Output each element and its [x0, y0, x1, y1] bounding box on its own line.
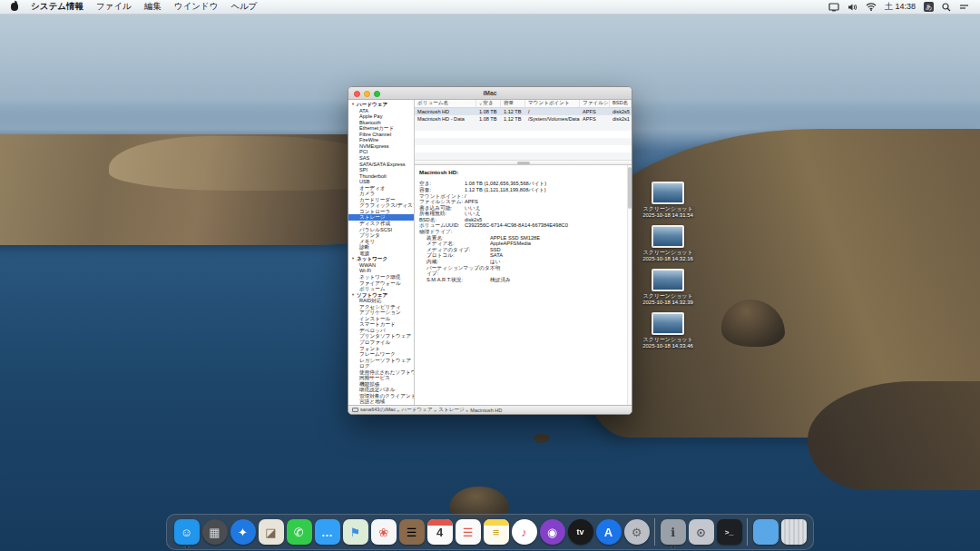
detail-label: 書き込み可能: [419, 205, 465, 212]
desktop-screenshot-file[interactable]: スクリーンショット2025-10-18 14.32.16 [630, 225, 706, 262]
music-icon[interactable]: ♪ [512, 519, 537, 545]
dock-app-terminal[interactable]: >_ [716, 519, 742, 545]
wifi-icon[interactable] [866, 3, 877, 11]
file-name-line1: スクリーンショット [642, 337, 693, 343]
dock-app-facetime[interactable]: ✆ [286, 519, 312, 545]
dock-app-safari[interactable]: ✦ [230, 519, 256, 545]
col-file-system[interactable]: ファイルシステム [580, 100, 610, 107]
downloads-folder-icon[interactable] [753, 519, 779, 545]
sidebar-section-header[interactable]: ▼ハードウェア [348, 102, 414, 108]
safari-icon[interactable]: ✦ [230, 519, 256, 545]
col-capacity[interactable]: 容量 [501, 100, 525, 107]
table-row[interactable]: Macintosh HD - Data1.08 TB1.12 TB/System… [415, 115, 632, 123]
menu-file[interactable]: ファイル [96, 1, 132, 13]
apple-menu-icon[interactable] [11, 3, 18, 11]
contacts-icon[interactable]: ☰ [399, 519, 425, 545]
breadcrumb-hardware[interactable]: ハードウェア [402, 407, 433, 414]
display-mirroring-icon[interactable] [828, 3, 839, 12]
screenshot-thumbnail-icon[interactable] [652, 225, 684, 248]
minimize-button[interactable] [364, 91, 370, 97]
photos-icon[interactable]: ❀ [371, 519, 397, 545]
dock-app-photos[interactable]: ❀ [370, 519, 397, 545]
spotlight-icon[interactable] [942, 3, 951, 12]
dock-app-contacts[interactable]: ☰ [398, 519, 425, 545]
file-name-label: スクリーンショット2025-10-18 14.32.39 [641, 293, 695, 306]
dock-app-podcasts[interactable]: ◉ [539, 519, 565, 545]
dock-app-tv[interactable]: tv [567, 519, 593, 545]
desktop-screenshot-file[interactable]: スクリーンショット2025-10-18 14.33.46 [630, 312, 706, 349]
sidebar-section-header[interactable]: ▼ネットワーク [348, 256, 414, 262]
messages-icon[interactable]: … [315, 519, 340, 545]
dock-app-app-store[interactable]: A [595, 519, 622, 545]
desktop-screenshot-file[interactable]: スクリーンショット2025-10-18 14.32.39 [630, 269, 706, 306]
system-preferences-icon[interactable]: ⚙ [624, 519, 650, 545]
launchpad-icon[interactable]: ▦ [202, 519, 228, 545]
notes-icon[interactable]: ≡ [484, 519, 509, 545]
dock-app-system-information[interactable]: ℹ [660, 519, 686, 545]
tv-icon[interactable]: tv [568, 519, 593, 545]
screenshot-thumbnail-icon[interactable] [652, 269, 684, 291]
sidebar-section-label: ソフトウェア [357, 292, 387, 299]
app-store-icon[interactable]: A [596, 519, 622, 545]
dock-app-downloads-folder[interactable] [752, 519, 779, 545]
trash-icon[interactable] [781, 519, 807, 545]
details-scrollbar[interactable] [627, 165, 632, 405]
col-volume-name[interactable]: ボリューム名 [415, 100, 476, 107]
dock-app-notes[interactable]: ≡ [483, 519, 509, 545]
menu-app-title[interactable]: システム情報 [31, 1, 83, 13]
cell-name: Macintosh HD - Data [415, 116, 476, 122]
detail-row: パーティションマップのタイプ:不明 [419, 265, 627, 277]
menu-help[interactable]: ヘルプ [230, 1, 257, 13]
podcasts-icon[interactable]: ◉ [540, 519, 565, 545]
notification-center-icon[interactable] [959, 3, 969, 11]
desktop-screenshot-file[interactable]: スクリーンショット2025-10-18 14.31.54 [630, 182, 706, 219]
disclosure-triangle-icon[interactable]: ▼ [351, 256, 355, 262]
breadcrumb-computer[interactable]: sana643のiMac [360, 407, 396, 414]
dock-app-reminders[interactable]: ☰ [455, 519, 481, 545]
facetime-icon[interactable]: ✆ [287, 519, 312, 545]
dock-app-disk-utility[interactable]: ⊙ [688, 519, 714, 545]
menu-edit[interactable]: 編集 [144, 1, 162, 13]
col-free[interactable]: ∨空き [476, 100, 501, 107]
disclosure-triangle-icon[interactable]: ▼ [351, 292, 355, 299]
disclosure-triangle-icon[interactable]: ▼ [351, 102, 355, 108]
breadcrumb-storage[interactable]: ストレージ [438, 407, 465, 414]
sidebar-section-header[interactable]: ▼ソフトウェア [348, 292, 414, 299]
close-button[interactable] [354, 91, 360, 97]
zoom-button[interactable] [374, 91, 380, 97]
finder-icon[interactable]: ☺ [174, 519, 200, 545]
col-mount-point[interactable]: マウントポイント [525, 100, 580, 107]
dock-app-system-preferences[interactable]: ⚙ [623, 519, 650, 545]
maps-icon[interactable]: ⚑ [343, 519, 368, 545]
dock-app-launchpad[interactable]: ▦ [201, 519, 228, 545]
dock-app-messages[interactable]: … [314, 519, 340, 545]
table-row[interactable]: Macintosh HD1.08 TB1.12 TB/APFSdisk2s5 [415, 108, 632, 115]
dock-app-trash[interactable] [780, 519, 807, 545]
dock-app-finder[interactable]: ☺ [173, 519, 200, 545]
dock-app-maps[interactable]: ⚑ [342, 519, 368, 545]
screenshot-thumbnail-icon[interactable] [652, 312, 684, 335]
input-source-icon[interactable]: あ [924, 2, 934, 12]
details-scrollbar-thumb[interactable] [628, 167, 632, 209]
dock-app-music[interactable]: ♪ [511, 519, 537, 545]
calendar-icon[interactable]: 4 [427, 519, 453, 545]
volumes-table-header[interactable]: ボリューム名 ∨空き 容量 マウントポイント ファイルシステム BSD名 [415, 100, 632, 108]
dock-app-preview[interactable]: ◪ [258, 519, 284, 545]
preview-icon[interactable]: ◪ [259, 519, 284, 545]
col-bsd-name[interactable]: BSD名 [610, 100, 632, 107]
disk-utility-icon[interactable]: ⊙ [689, 519, 714, 545]
detail-label: 物理ドライブ: [419, 229, 465, 235]
volume-icon[interactable] [848, 3, 858, 12]
breadcrumb-volume[interactable]: Macintosh HD [470, 408, 502, 413]
dock-app-calendar[interactable]: 4 [426, 519, 453, 545]
terminal-icon[interactable]: >_ [717, 519, 742, 545]
system-information-window: iMac ▼ハードウェアATAApple PayBluetoothEtherne… [348, 86, 632, 415]
detail-value: AppleAPFSMedia [490, 241, 531, 247]
cell-capacity: 1.12 TB [501, 116, 525, 122]
system-information-icon[interactable]: ℹ [661, 519, 686, 545]
reminders-icon[interactable]: ☰ [456, 519, 481, 545]
menu-clock[interactable]: 土 14:38 [885, 1, 916, 13]
screenshot-thumbnail-icon[interactable] [652, 182, 684, 204]
menu-window[interactable]: ウインドウ [174, 1, 219, 13]
window-titlebar[interactable]: iMac [348, 87, 632, 100]
